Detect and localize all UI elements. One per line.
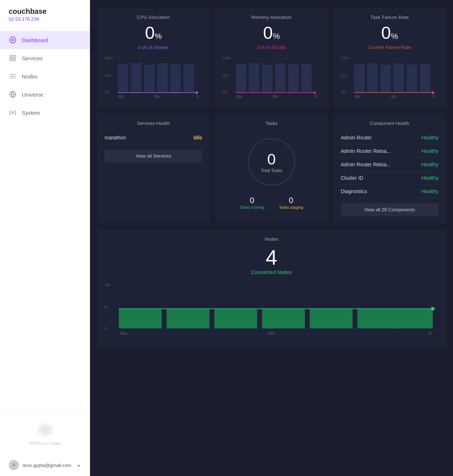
services-icon: [9, 54, 17, 62]
user-row[interactable]: A arun.gupta@gmail.com ▲: [9, 460, 81, 470]
tasks-sub-row: 0 Tasks running 0 Tasks staging: [240, 196, 303, 209]
cpu-value: 0%: [105, 24, 202, 42]
cpu-title: CPU Allocation: [105, 15, 202, 20]
tasks-staging-item: 0 Tasks staging: [279, 196, 303, 209]
svg-rect-23: [144, 65, 155, 93]
failure-value: 0%: [341, 24, 438, 42]
svg-rect-41: [289, 64, 299, 93]
svg-text:0%: 0%: [341, 90, 346, 94]
svg-text:0: 0: [315, 94, 317, 99]
svg-rect-53: [354, 64, 364, 93]
svg-rect-72: [262, 309, 305, 328]
svg-rect-3: [13, 56, 16, 58]
sidebar-item-label: Nodes: [22, 73, 37, 80]
dcos-logo: DC/OS v.1.7-open: [9, 421, 81, 446]
component-name: Diagnostics: [341, 188, 367, 194]
svg-rect-21: [118, 64, 128, 93]
sidebar-item-label: Dashboard: [22, 37, 48, 43]
svg-point-1: [12, 39, 14, 41]
universe-icon: [9, 90, 17, 98]
svg-rect-58: [420, 64, 430, 93]
status-badge: Healthy: [421, 188, 438, 194]
tasks-running-item: 0 Tasks running: [240, 196, 265, 209]
tasks-total-label: Total Tasks: [261, 168, 282, 173]
list-item: Admin Router Reloa... Healthy: [341, 158, 438, 171]
sidebar-item-universe[interactable]: Universe: [0, 85, 90, 103]
svg-rect-69: [119, 309, 162, 328]
svg-text:-60s: -60s: [354, 94, 360, 99]
svg-point-76: [431, 307, 435, 310]
list-item: marathon Idle: [105, 131, 202, 145]
sidebar-item-label: Services: [22, 55, 43, 61]
sidebar-footer: DC/OS v.1.7-open A arun.gupta@gmail.com …: [0, 415, 90, 476]
nodes-subtitle: Connected Nodes: [105, 269, 438, 275]
component-health-card: Component Health Admin Router Healthy Ad…: [334, 113, 446, 223]
list-item: Admin Router Healthy: [341, 131, 438, 145]
memory-allocation-card: Memory Allocation 0% 0 B of 55 GiB 100% …: [215, 7, 327, 107]
avatar: A: [9, 460, 19, 470]
nodes-card: Nodes 4 Connected Nodes 10 5 0 -60s -30s…: [97, 229, 446, 348]
view-all-services-button[interactable]: View all Services: [105, 150, 202, 162]
main-content: CPU Allocation 0% 0 of 16 Shares 100% 50…: [90, 0, 453, 476]
svg-rect-56: [393, 64, 404, 93]
svg-text:0: 0: [105, 327, 107, 331]
nodes-chart: 10 5 0 -60s -30s 0: [105, 281, 438, 339]
svg-rect-71: [214, 309, 257, 328]
svg-text:-30s: -30s: [154, 94, 160, 99]
svg-rect-40: [275, 64, 286, 93]
svg-rect-38: [249, 63, 260, 93]
main-nav: Dashboard Services Nodes: [0, 28, 90, 415]
sidebar-item-dashboard[interactable]: Dashboard: [0, 31, 90, 49]
svg-text:-60s: -60s: [119, 331, 127, 335]
failure-subtitle: Current Failure Rate: [341, 45, 438, 50]
status-badge: Healthy: [421, 148, 438, 154]
sidebar-item-system[interactable]: System: [0, 103, 90, 122]
brand-name: couchbase: [9, 7, 81, 16]
brand-section: couchbase 52.53.176.239: [0, 0, 90, 28]
svg-text:-60s: -60s: [118, 94, 124, 99]
component-name: Cluster ID: [341, 175, 363, 181]
brand-ip: 52.53.176.239: [9, 16, 81, 22]
memory-subtitle: 0 B of 55 GiB: [223, 45, 320, 50]
services-health-card: Services Health marathon Idle View all S…: [97, 113, 209, 223]
svg-point-59: [432, 91, 434, 94]
tasks-circle-container: 0 Total Tasks 0 Tasks running 0 Tasks st…: [223, 131, 320, 213]
tasks-card: Tasks 0 Total Tasks 0 Tasks running 0 Ta…: [215, 113, 327, 223]
tasks-running-label: Tasks running: [240, 205, 265, 209]
svg-rect-73: [310, 309, 352, 328]
status-badge: Idle: [193, 135, 202, 141]
svg-text:50%: 50%: [223, 73, 229, 78]
cpu-subtitle: 0 of 16 Shares: [105, 45, 202, 50]
svg-text:-30s: -30s: [272, 94, 278, 99]
status-badge: Healthy: [421, 135, 438, 141]
svg-text:100%: 100%: [341, 56, 350, 60]
status-badge: Healthy: [421, 162, 438, 167]
svg-rect-5: [13, 59, 16, 61]
svg-rect-55: [380, 65, 391, 93]
view-all-components-button[interactable]: View all 28 Components: [341, 203, 438, 216]
dashboard-icon: [9, 36, 17, 44]
middle-row: Services Health marathon Idle View all S…: [97, 113, 446, 223]
sidebar: couchbase 52.53.176.239 Dashboard Servic…: [0, 0, 90, 476]
svg-rect-54: [367, 63, 378, 93]
failure-chart: 100% 50% 0% -60s -30s 0: [341, 55, 438, 99]
memory-chart: 100% 50% 0% -60s -30s 0: [223, 55, 320, 99]
list-item: Cluster ID Healthy: [341, 171, 438, 185]
component-list: Admin Router Healthy Admin Router Reloa.…: [341, 131, 438, 198]
memory-value: 0%: [223, 24, 320, 42]
sidebar-item-services[interactable]: Services: [0, 49, 90, 67]
svg-rect-37: [236, 64, 246, 93]
expand-user-icon[interactable]: ▲: [77, 463, 81, 468]
dcos-version: DC/OS v.1.7-open: [29, 441, 61, 446]
svg-text:-30s: -30s: [389, 94, 396, 99]
failure-title: Task Failure Rate: [341, 15, 438, 20]
service-name: marathon: [105, 135, 126, 141]
svg-text:0: 0: [433, 94, 435, 99]
svg-rect-57: [407, 64, 417, 93]
component-name: Admin Router: [341, 135, 372, 141]
nodes-icon: [9, 72, 17, 80]
sidebar-item-nodes[interactable]: Nodes: [0, 67, 90, 85]
svg-rect-75: [391, 309, 433, 328]
svg-rect-42: [302, 64, 312, 93]
svg-text:50%: 50%: [105, 73, 111, 78]
